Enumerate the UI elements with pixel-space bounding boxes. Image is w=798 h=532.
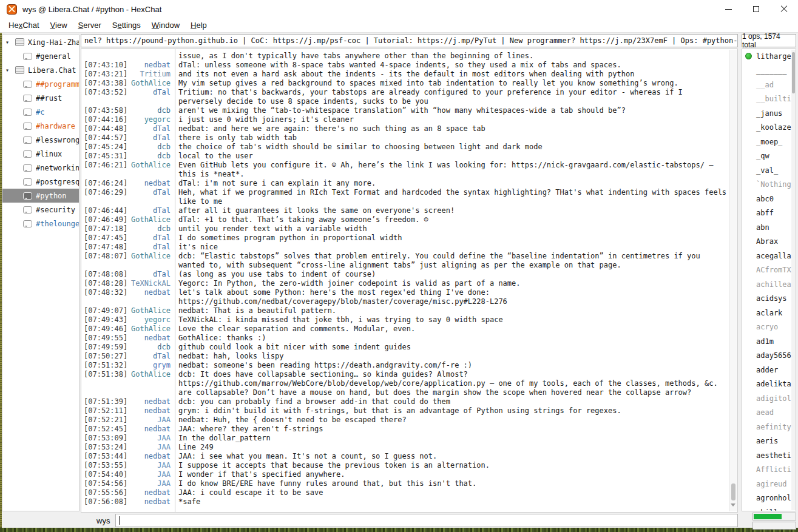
user-list-item[interactable]: adigitol <box>742 391 796 406</box>
message-nick[interactable]: Tritium <box>128 70 171 79</box>
user-list-item[interactable]: _koolaze <box>742 121 796 135</box>
message-nick[interactable]: nedbat <box>128 288 171 306</box>
tree-channel--programmi[interactable]: ##programmi <box>2 77 79 91</box>
tree-server-xing-hai-zha[interactable]: ▾Xing-Hai-Zha <box>2 35 79 49</box>
menu-help[interactable]: Help <box>185 19 212 31</box>
tree-channel--linux[interactable]: #linux <box>2 147 79 161</box>
message-nick[interactable]: JAA <box>128 461 171 470</box>
user-list-item[interactable]: adder <box>742 363 796 377</box>
user-list-item[interactable]: abff <box>742 206 796 221</box>
message-nick[interactable]: nedbat <box>128 488 171 497</box>
message-nick[interactable]: dTal <box>128 270 171 279</box>
user-list-item[interactable]: _moep_ <box>742 135 796 149</box>
user-list-item[interactable]: ACfromTX <box>742 263 796 278</box>
user-list-item[interactable]: abc0 <box>742 192 796 206</box>
message-nick[interactable]: dTal <box>128 352 171 361</box>
tree-expander-icon[interactable]: ▾ <box>5 39 13 45</box>
menu-server[interactable]: Server <box>73 19 107 31</box>
message-nick[interactable]: dcb <box>128 143 171 152</box>
message-nick[interactable]: nedbat <box>128 452 171 461</box>
user-list-item[interactable]: __builti <box>742 92 796 107</box>
menu-window[interactable]: Window <box>146 19 185 31</box>
user-list-item[interactable]: ad1m <box>742 334 796 349</box>
user-list-item[interactable]: _janus <box>742 106 796 121</box>
message-nick[interactable]: yegorc <box>128 315 171 325</box>
tree-channel--python[interactable]: #python <box>2 189 79 203</box>
message-nick[interactable]: dTal <box>128 206 171 215</box>
message-nick[interactable]: nedbat <box>128 406 171 416</box>
tree-channel--rust[interactable]: ##rust <box>2 91 79 105</box>
menu-hexchat[interactable]: HexChat <box>3 19 45 31</box>
user-list-item[interactable]: Afflicti <box>742 463 796 477</box>
tree-channel--networkin[interactable]: #networkin <box>2 161 79 175</box>
user-list-item[interactable]: aefinity <box>742 420 796 434</box>
message-nick[interactable]: dcb <box>128 106 171 115</box>
menu-view[interactable]: View <box>45 19 73 31</box>
tree-channel--security[interactable]: #security <box>2 203 79 217</box>
user-list-item[interactable]: aeris <box>742 434 796 449</box>
user-list-item[interactable]: adelikta <box>742 377 796 392</box>
message-nick[interactable]: nedbat <box>128 425 171 434</box>
message-nick[interactable]: GothAlice <box>128 79 171 88</box>
message-nick[interactable]: JAA <box>128 416 171 425</box>
user-list-item[interactable]: `Nothing <box>742 178 796 192</box>
tree-channel--thelounge[interactable]: #thelounge <box>2 217 79 231</box>
minimize-button[interactable] <box>714 0 742 18</box>
user-list-item[interactable]: achillea <box>742 277 796 292</box>
topic-bar-input[interactable]: nel? https://pound-python.github.io | Co… <box>81 34 738 47</box>
user-list-item[interactable]: aclark <box>742 306 796 320</box>
message-nick[interactable]: grym <box>128 361 171 370</box>
user-list-item[interactable]: _qw <box>742 149 796 164</box>
user-list-item[interactable]: aead <box>742 406 796 420</box>
tree-channel--lesswrong[interactable]: #lesswrong <box>2 133 79 147</box>
message-nick[interactable]: dTal <box>128 243 171 252</box>
tree-channel--c[interactable]: #c <box>2 105 79 119</box>
chat-scrollbar-thumb[interactable] <box>731 483 735 500</box>
maximize-button[interactable] <box>742 0 770 18</box>
user-list-item[interactable]: _______ <box>742 64 796 78</box>
message-nick[interactable]: GothAlice <box>128 325 171 334</box>
chat-scroll-down-icon[interactable] <box>731 503 735 509</box>
message-nick[interactable]: yegorc <box>128 115 171 124</box>
user-list-scrollbar-thumb[interactable] <box>792 52 795 93</box>
user-list-item[interactable]: acidsys <box>742 292 796 306</box>
message-nick[interactable]: GothAlice <box>128 252 171 270</box>
message-nick[interactable]: nedbat <box>128 397 171 406</box>
message-nick[interactable]: dcb <box>128 224 171 234</box>
tree-channel--hardware[interactable]: #hardware <box>2 119 79 133</box>
user-list-item[interactable]: litharge <box>742 49 796 64</box>
user-list-item[interactable]: agireud <box>742 477 796 491</box>
message-nick[interactable]: JAA <box>128 470 171 479</box>
message-nick[interactable]: dcb <box>128 343 171 352</box>
message-nick[interactable]: nedbat <box>128 61 171 70</box>
message-nick[interactable] <box>128 52 171 61</box>
message-nick[interactable]: dTal <box>128 234 171 243</box>
user-list-item[interactable]: _val_ <box>742 163 796 178</box>
user-list-scrollbar[interactable] <box>791 50 796 510</box>
tree-channel--postgresq[interactable]: #postgresq <box>2 175 79 189</box>
message-nick[interactable]: nedbat <box>128 179 171 188</box>
user-list-item[interactable]: aestheti <box>742 448 796 463</box>
message-nick[interactable]: dTal <box>128 133 171 143</box>
message-nick[interactable]: dcb <box>128 152 171 161</box>
user-list-item[interactable]: Abrax <box>742 235 796 249</box>
chat-scrollbar[interactable] <box>729 50 737 511</box>
user-list-item[interactable]: agronhol <box>742 491 796 506</box>
user-list-item[interactable]: __ad <box>742 78 796 92</box>
user-list-item[interactable]: abn <box>742 220 796 235</box>
message-nick[interactable]: nedbat <box>128 334 171 343</box>
user-list-item[interactable]: ahills <box>742 505 796 511</box>
message-nick[interactable]: GothAlice <box>128 370 171 397</box>
user-list-item[interactable]: acryo <box>742 320 796 335</box>
close-button[interactable] <box>770 0 798 18</box>
message-input[interactable] <box>115 514 738 527</box>
message-nick[interactable]: dTal <box>128 124 171 133</box>
tree-expander-icon[interactable]: ▾ <box>5 67 13 73</box>
message-nick[interactable]: TeXNickAL <box>128 279 171 288</box>
message-nick[interactable]: nedbat <box>128 497 171 507</box>
message-nick[interactable]: JAA <box>128 443 171 452</box>
user-list-item[interactable]: acegalla <box>742 249 796 263</box>
tree-server-libera-chat[interactable]: ▾Libera.Chat <box>2 63 79 77</box>
menu-settings[interactable]: Settings <box>107 19 146 31</box>
tree-channel--general[interactable]: #general <box>2 49 79 63</box>
